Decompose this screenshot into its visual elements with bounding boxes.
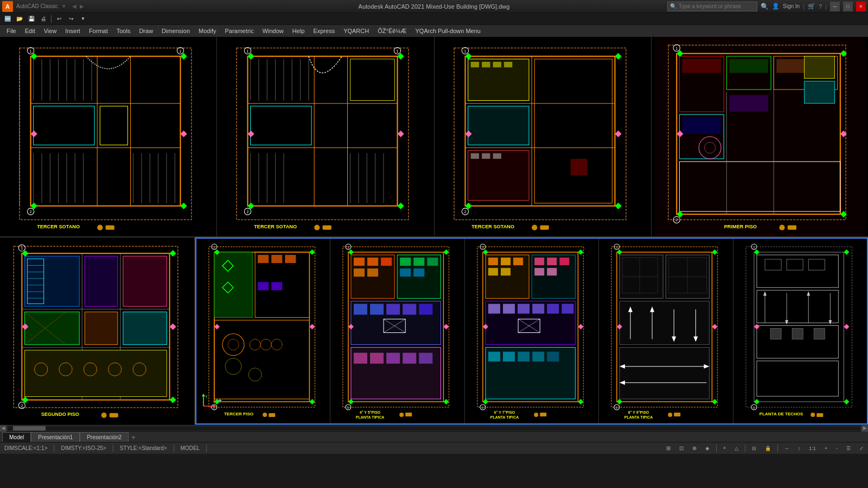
status-dimscale[interactable]: DIMSCALE:<1:1> [2,442,49,454]
scroll-thumb[interactable] [13,426,46,431]
horizontal-scrollbar[interactable]: ◀ ▶ [0,425,868,431]
search-icon: 🔍 [670,3,676,9]
menu-format[interactable]: Format [85,25,112,37]
status-grid-icon[interactable]: ⊞ [664,442,673,454]
viewport-2[interactable]: 1 1 2 TERCER SOTANO [217,37,434,236]
status-zoom-in[interactable]: + [822,442,829,454]
svg-rect-240 [367,268,378,277]
status-expand-icon[interactable]: ⤢ [857,442,866,454]
save-button[interactable]: 💾 [26,14,37,24]
svg-rect-292 [561,304,573,313]
menu-express[interactable]: Express [309,25,339,37]
status-separator-4 [206,445,207,452]
inner-viewport-2[interactable]: 1 2 4° Y 5°PISO PLANTA TIPICA [330,239,464,423]
svg-rect-251 [403,353,417,364]
cart-icon[interactable]: 🛒 [808,3,815,10]
menu-tools[interactable]: Tools [112,25,135,37]
scroll-right-button[interactable]: ▶ [861,425,868,432]
status-object-snap[interactable]: ⌖ [721,442,728,454]
status-style[interactable]: STYLE:<Standard> [118,442,169,454]
svg-rect-164 [123,312,167,345]
tab-model[interactable]: Model [2,432,31,442]
status-model[interactable]: MODEL [178,442,202,454]
svg-rect-202 [271,255,282,263]
viewport-4[interactable]: 1 2 PRIMER PISO [652,37,868,236]
svg-point-119 [532,225,537,230]
menu-help[interactable]: Help [288,25,309,37]
svg-rect-366 [792,328,803,339]
status-dimsty[interactable]: DIMSTY:<ISO-25> [59,442,108,454]
inner-viewport-4[interactable]: 1 2 8° Y 9°PISO PLANTA TIPICA [599,239,733,423]
menu-window[interactable]: Window [258,25,288,37]
svg-text:TERCER SOTANO: TERCER SOTANO [254,224,297,229]
svg-text:PLANTA TIPICA: PLANTA TIPICA [490,415,519,419]
undo-button[interactable]: ↩ [54,14,65,24]
tab-add-button[interactable]: + [129,433,138,442]
menu-special[interactable]: ÔŽ°Êê¼Æ [373,25,411,37]
status-viewport-icon[interactable]: ⊟ [750,442,758,454]
wcs-icon: X Y [201,393,217,410]
menu-draw[interactable]: Draw [135,25,157,37]
status-snap-icon[interactable]: ⊡ [677,442,686,454]
sign-in-button[interactable]: Sign In [783,3,800,9]
viewport-5[interactable]: 1 2 SEGUNDO PISO [0,237,195,425]
print-button[interactable]: 🖨 [38,14,49,24]
menu-edit[interactable]: Edit [21,25,40,37]
inner-viewport-5[interactable]: 1 2 PLANTA DE TECHOS [733,239,867,423]
svg-rect-284 [501,268,510,275]
svg-text:6° Y 7°PISO: 6° Y 7°PISO [494,410,515,414]
tab-presentacion2[interactable]: Presentación2 [80,432,129,442]
inner-viewport-3[interactable]: 1 2 6° Y 7°PISO PLANTA TIPICA [465,239,599,423]
menu-modify[interactable]: Modify [194,25,220,37]
open-button[interactable]: 📂 [14,14,25,24]
svg-rect-247 [419,304,433,314]
svg-text:1: 1 [675,47,678,51]
svg-rect-238 [427,258,438,266]
title-bar-center: Autodesk AutoCAD 2021 Mixed-Use Building… [359,3,510,10]
svg-point-151 [779,225,784,230]
status-3d-icon[interactable]: △ [732,442,741,454]
help-icon[interactable]: ? [819,3,822,10]
viewport-3[interactable]: 1 2 TERCER SOTANO [435,37,652,236]
status-lock-icon[interactable]: 🔒 [763,442,773,454]
svg-text:1: 1 [30,49,32,54]
maximize-button[interactable]: □ [843,2,853,11]
scroll-track[interactable] [8,426,860,431]
close-button[interactable]: ✕ [856,2,866,11]
viewport-1[interactable]: 1 1 2 TERCER SOTANO [0,37,217,236]
menu-parametric[interactable]: Parametric [220,25,258,37]
menu-pulldown[interactable]: YQArch Pull-down Menu [411,25,485,37]
drawing-area[interactable]: 1 1 2 TERCER SOTANO [0,37,868,425]
viewport-right-active[interactable]: 1 2 TERCER PISO [195,237,868,425]
search-bar[interactable]: 🔍 [667,2,757,11]
status-workspace-icon[interactable]: ☰ [844,442,853,454]
minimize-button[interactable]: ─ [830,2,840,11]
status-ortho-icon[interactable]: ⊕ [690,442,699,454]
menu-yqarch[interactable]: YQARCH [339,25,373,37]
svg-rect-233 [354,258,365,266]
search-input[interactable] [679,3,755,9]
menu-dimension[interactable]: Dimension [157,25,194,37]
menu-insert[interactable]: Insert [61,25,85,37]
app-logo[interactable]: A [2,1,13,12]
status-scale-text[interactable]: 1:1 [807,442,818,454]
svg-rect-160 [85,256,118,306]
scroll-left-button[interactable]: ◀ [0,425,7,432]
svg-rect-297 [547,352,559,362]
svg-text:X: X [213,400,215,404]
tab-presentacion1[interactable]: Presentación1 [31,432,80,442]
svg-point-88 [314,225,320,230]
menu-view[interactable]: View [40,25,61,37]
status-polar-icon[interactable]: ◈ [703,442,712,454]
dropdown-button[interactable]: ▼ [78,14,88,24]
divider: | [803,3,805,10]
status-arrows-2[interactable]: ↕ [796,442,803,454]
svg-text:1: 1 [180,49,182,54]
svg-rect-203 [285,255,296,263]
status-scale-arrows[interactable]: ↔ [782,442,792,454]
new-button[interactable]: 🆕 [2,14,13,24]
redo-button[interactable]: ↪ [66,14,76,24]
menu-file[interactable]: File [2,25,21,37]
status-zoom-out[interactable]: - [834,442,840,454]
search-submit-icon[interactable]: 🔍 [761,3,769,10]
